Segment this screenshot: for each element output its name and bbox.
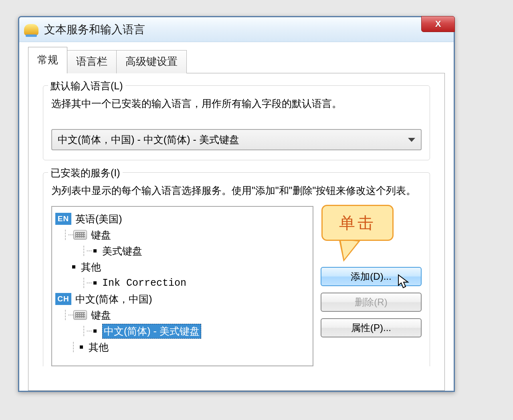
tree-item[interactable]: ┊┄ Ink Correction: [55, 275, 309, 291]
tab-general[interactable]: 常规: [28, 47, 67, 73]
tree-label: 中文(简体，中国): [75, 293, 152, 306]
close-button[interactable]: X: [421, 16, 455, 32]
tab-language-bar[interactable]: 语言栏: [67, 50, 117, 73]
tree-item-selected[interactable]: ┊┄ 中文(简体) - 美式键盘: [55, 323, 309, 339]
group-installed-services: 已安装的服务(I) 为列表中显示的每个输入语言选择服务。使用"添加"和"删除"按…: [43, 172, 430, 367]
bullet-icon: [72, 265, 75, 269]
chevron-down-icon: [408, 138, 415, 142]
tree-other-group[interactable]: 其他: [55, 259, 309, 275]
keyboard-icon: [73, 230, 87, 240]
remove-button[interactable]: 删除(R): [321, 293, 422, 312]
tree-item[interactable]: ┊┄ 美式键盘: [55, 243, 309, 259]
bullet-icon: [93, 249, 97, 252]
bullet-icon: [93, 329, 97, 333]
lang-badge-en: EN: [55, 213, 71, 225]
default-language-select[interactable]: 中文(简体，中国) - 中文(简体) - 美式键盘: [51, 129, 422, 150]
tree-label: 键盘: [91, 309, 111, 322]
group-description: 为列表中显示的每个输入语言选择服务。使用"添加"和"删除"按钮来修改这个列表。: [51, 183, 422, 198]
callout-text: 单击: [339, 212, 376, 234]
tree-lang-ch[interactable]: CH 中文(简体，中国): [55, 291, 309, 307]
tree-kbd-group[interactable]: ┊┄ 键盘: [55, 227, 309, 243]
tab-advanced-keys[interactable]: 高级键设置: [116, 50, 187, 73]
button-column: 单击 添加(D)... 删除(R) 属性(P)...: [321, 206, 422, 366]
titlebar: 文本服务和输入语言: [19, 17, 454, 42]
close-icon: X: [435, 19, 441, 29]
keyboard-icon: [73, 310, 87, 320]
group-legend: 已安装的服务(I): [48, 166, 123, 180]
lang-badge-ch: CH: [55, 293, 71, 305]
tree-label: 美式键盘: [102, 244, 142, 258]
tree-label: 英语(美国): [75, 212, 122, 226]
group-legend: 默认输入语言(L): [48, 79, 125, 93]
bullet-icon: [93, 281, 97, 285]
group-description: 选择其中一个已安装的输入语言，用作所有输入字段的默认语言。: [51, 96, 422, 111]
tree-label: 其他: [81, 260, 101, 274]
tree-other-group[interactable]: ┊ 其他: [55, 339, 309, 355]
tree-label: 键盘: [91, 228, 111, 242]
client-area: 常规 语言栏 高级键设置 默认输入语言(L) 选择其中一个已安装的输入语言，用作…: [19, 42, 454, 391]
properties-button[interactable]: 属性(P)...: [321, 318, 422, 337]
select-value: 中文(简体，中国) - 中文(简体) - 美式键盘: [58, 134, 239, 145]
tab-strip: 常规 语言栏 高级键设置: [28, 51, 445, 73]
window-title: 文本服务和输入语言: [44, 22, 145, 37]
group-default-language: 默认输入语言(L) 选择其中一个已安装的输入语言，用作所有输入字段的默认语言。 …: [43, 85, 430, 160]
tab-panel-general: 默认输入语言(L) 选择其中一个已安装的输入语言，用作所有输入字段的默认语言。 …: [28, 73, 445, 391]
add-button[interactable]: 添加(D)...: [321, 267, 422, 286]
tree-label: 中文(简体) - 美式键盘: [102, 324, 201, 339]
callout-bubble: 单击: [321, 205, 394, 241]
dialog-window: X 文本服务和输入语言 常规 语言栏 高级键设置 默认输入语言(L) 选择其中一…: [18, 16, 455, 392]
tree-label: Ink Correction: [102, 277, 186, 289]
tree-lang-en[interactable]: EN 英语(美国): [55, 211, 309, 227]
tree-kbd-group[interactable]: ┊┄ 键盘: [55, 307, 309, 323]
language-tree[interactable]: EN 英语(美国) ┊┄ 键盘 ┊┄ 美式键盘: [51, 206, 313, 366]
callout-tail-icon: [336, 238, 360, 263]
app-icon: [24, 24, 38, 35]
bullet-icon: [80, 345, 83, 349]
tree-label: 其他: [89, 341, 109, 354]
